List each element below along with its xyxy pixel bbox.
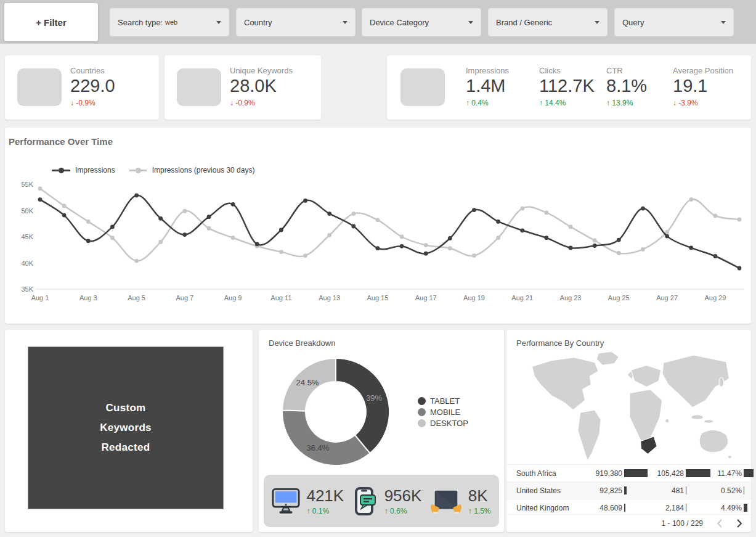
svg-text:Aug 9: Aug 9: [224, 294, 242, 301]
redacted-line: Redacted: [102, 441, 150, 454]
timeseries-chart[interactable]: 55K50K45K40K35KAug 1Aug 3Aug 5Aug 7Aug 9…: [6, 177, 749, 311]
mobile-icon: [352, 487, 378, 515]
dropdown-search-type[interactable]: Search type: web: [110, 8, 229, 36]
clicks-bar: [686, 469, 710, 477]
table-row-united-kingdom[interactable]: United Kingdom 48,609 2,184 4.49%: [506, 499, 751, 516]
svg-text:Aug 19: Aug 19: [463, 294, 485, 301]
clicks-value: 481: [648, 486, 684, 495]
donut-legend: TABLET MOBILE DESKTOP: [418, 396, 468, 428]
metric-clicks: Clicks 112.7K ↑ 14.4%: [539, 66, 595, 107]
metric-value: 19.1: [673, 76, 733, 96]
panel-title: Performance By Country: [516, 338, 604, 348]
device-stat-tablet: 8K ↑ 1.5%: [430, 486, 491, 515]
metric-value: 112.7K: [539, 76, 595, 96]
pagination-range: 1 - 100 / 229: [662, 519, 703, 528]
chevron-left-icon[interactable]: [717, 519, 723, 528]
metric-delta: ↑ 0.4%: [466, 99, 509, 107]
svg-text:39%: 39%: [366, 393, 382, 403]
dropdown-device-category[interactable]: Device Category: [362, 8, 481, 36]
legend-marker: [418, 408, 426, 416]
redacted-keywords-box: Custom Keywords Redacted: [28, 346, 224, 509]
legend-label: TABLET: [430, 396, 460, 406]
ctr-bar: [744, 486, 744, 494]
scorecard-unique-keywords: Unique Keywords 28.0K ↓ -0.9%: [165, 55, 321, 120]
device-stat-value: 421K: [306, 486, 344, 506]
metric-ctr: CTR 8.1% ↑ 13.9%: [606, 66, 647, 107]
legend-item-mobile[interactable]: MOBILE: [418, 408, 468, 417]
legend-marker: [52, 170, 70, 171]
performance-by-country-panel: Performance By Country South Af: [506, 330, 751, 532]
dropdown-brand-generic[interactable]: Brand / Generic: [488, 8, 608, 36]
redacted-line: Keywords: [100, 422, 152, 434]
add-filter-button[interactable]: + Filter: [4, 3, 98, 41]
device-stat-delta: ↑ 1.5%: [468, 507, 491, 515]
svg-text:40K: 40K: [21, 260, 33, 267]
metric-delta: ↓ -3.9%: [673, 99, 733, 107]
legend-label: Impressions: [75, 166, 115, 174]
pagination: 1 - 100 / 229: [506, 514, 751, 531]
legend-item-desktop[interactable]: DESKTOP: [418, 419, 468, 428]
world-map[interactable]: [525, 350, 734, 464]
ctr-bar: [744, 504, 747, 512]
table-row-south-africa[interactable]: South Africa 919,380 105,428 11.47%: [506, 464, 751, 482]
svg-text:Aug 29: Aug 29: [704, 294, 726, 301]
legend-label: Impressions (previous 30 days): [152, 166, 255, 174]
scorecard-value: 229.0: [70, 76, 115, 96]
legend-label: DESKTOP: [430, 419, 468, 428]
custom-keywords-panel: Custom Keywords Redacted: [5, 330, 253, 532]
svg-text:55K: 55K: [21, 181, 33, 188]
svg-text:Aug 17: Aug 17: [415, 294, 437, 301]
desktop-icon: [272, 488, 300, 514]
legend-marker: [418, 419, 426, 427]
svg-text:Aug 23: Aug 23: [560, 294, 582, 301]
metric-label: Average Position: [673, 66, 733, 75]
dropdown-label: Device Category: [370, 18, 429, 27]
clicks-bar: [686, 486, 686, 494]
ctr-bar: [744, 469, 754, 477]
svg-text:Aug 11: Aug 11: [270, 294, 291, 301]
impressions-bar: [624, 469, 648, 477]
impressions-bar: [624, 486, 627, 494]
legend-label: MOBILE: [430, 408, 460, 417]
metric-label: Clicks: [539, 66, 595, 75]
scorecard-label: Countries: [70, 66, 115, 75]
metric-delta: ↑ 13.9%: [606, 99, 647, 107]
panel-title: Performance Over Time: [9, 136, 113, 147]
metric-average-position: Average Position 19.1 ↓ -3.9%: [673, 66, 733, 107]
svg-text:Aug 27: Aug 27: [656, 294, 678, 301]
device-stat-value: 8K: [468, 486, 491, 506]
scorecard-countries: Countries 229.0 ↓ -0.9%: [5, 55, 159, 120]
device-totals-strip: 421K ↑ 0.1% 956K ↑ 0.6%: [264, 475, 499, 527]
device-stat-delta: ↑ 0.1%: [306, 507, 344, 515]
chevron-down-icon: [468, 21, 473, 24]
legend-item-impressions-previous[interactable]: Impressions (previous 30 days): [129, 166, 255, 174]
legend-marker: [129, 170, 147, 171]
svg-text:Aug 1: Aug 1: [31, 294, 49, 301]
filter-bar: + Filter Search type: web Country Device…: [0, 0, 756, 44]
metric-impressions: Impressions 1.4M ↑ 0.4%: [466, 66, 509, 107]
legend-item-impressions[interactable]: Impressions: [52, 166, 115, 174]
chevron-down-icon: [343, 21, 348, 24]
scorecard-placeholder-icon: [400, 68, 445, 106]
table-row-united-states[interactable]: United States 92,825 481 0.52%: [506, 482, 751, 499]
svg-text:35K: 35K: [21, 285, 33, 293]
dropdown-label: Query: [622, 18, 644, 27]
scorecard-delta: ↓ -0.9%: [70, 99, 115, 107]
chevron-right-icon[interactable]: [736, 519, 742, 528]
device-breakdown-panel: Device Breakdown 39%36.4%24.5% TABLET MO…: [259, 330, 504, 532]
chevron-down-icon: [595, 21, 600, 24]
metric-label: CTR: [606, 66, 647, 75]
dropdown-country[interactable]: Country: [236, 8, 356, 36]
impressions-value: 919,380: [585, 469, 622, 478]
impressions-bar: [624, 504, 625, 512]
device-stat-mobile: 956K ↑ 0.6%: [352, 486, 422, 515]
scorecard-placeholder-icon: [177, 68, 221, 106]
impressions-value: 48,609: [585, 504, 622, 512]
dropdown-label: Search type:: [118, 18, 163, 27]
svg-text:Aug 5: Aug 5: [128, 294, 145, 301]
tablet-icon: [430, 488, 462, 515]
dropdown-query[interactable]: Query: [614, 8, 734, 36]
country-name: United States: [506, 486, 585, 495]
legend-item-tablet[interactable]: TABLET: [418, 396, 468, 406]
dropdown-label: Brand / Generic: [496, 18, 552, 27]
